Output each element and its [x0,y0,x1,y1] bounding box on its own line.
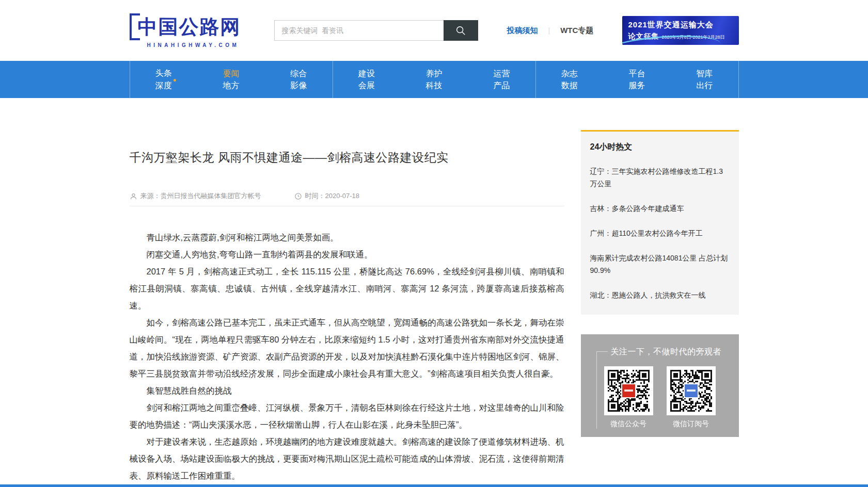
paragraph: 剑河和榕江两地之间重峦叠嶂、江河纵横、景象万千，清朝名臣林则徐在行经这片土地，对… [130,399,564,433]
wtc-conference-banner[interactable]: 2021世界交通运输大会 论文征集 2020年5月8日-2021年2月28日 [622,16,739,45]
search-box [274,20,478,41]
nav-link-shuju[interactable]: 数据 [561,82,578,90]
nav-link-shendu[interactable]: 深度 [155,82,172,90]
hot-article-item[interactable]: 湖北：恩施公路人，抗洪救灾在一线 [590,289,730,301]
banner-title: 2021世界交通运输大会 [628,20,734,30]
nav-link-pingtai[interactable]: 平台 [629,70,645,78]
nav-link-difang[interactable]: 地方 [223,82,240,90]
wechat-subscription-account: 微信订阅号 [667,366,716,429]
header-links: 投稿须知 | WTC专题 [507,26,594,36]
user-icon [130,192,137,200]
nav-item-pingtai-fuwu[interactable]: 平台 服务 [603,61,671,98]
nav-link-huizhan[interactable]: 会展 [358,82,375,90]
paragraph: 集智慧战胜自然的挑战 [130,382,564,399]
nav-link-yanghu[interactable]: 养护 [426,70,443,78]
nav-group-3: 杂志 数据 平台 服务 智库 出行 [535,61,739,98]
nav-item-zhiku-chuxing[interactable]: 智库 出行 [671,61,738,98]
meta-divider [130,206,564,206]
hot-article-item[interactable]: 吉林：多条公路今年建成通车 [590,202,730,215]
nav-item-toutiao-shendu[interactable]: 头条 深度 [130,61,198,98]
nav-link-chuxing[interactable]: 出行 [696,82,713,90]
article-body: 青山绿水,云蒸霞蔚,剑河和榕江两地之间美景如画。 闭塞交通,人穷地贫,弯弯山路一… [130,229,564,487]
qr-label: 微信公众号 [604,419,653,429]
paragraph: 2017 年 5 月，剑榕高速正式动工，全长 115.115 公里，桥隧比高达 … [130,263,564,314]
nav-link-yingxiang[interactable]: 影像 [290,82,307,90]
wtc-topic-link[interactable]: WTC专题 [560,26,593,36]
nav-link-yunying[interactable]: 运营 [493,70,510,78]
paragraph: 闭塞交通,人穷地贫,弯弯山路一直制约着两县的发展和联通。 [130,246,564,263]
nav-group-1: 头条 深度 要闻 地方 综合 影像 [130,61,333,98]
banner-cta: 论文征集 [628,32,659,41]
nav-item-zazhi-shuju[interactable]: 杂志 数据 [536,61,604,98]
follow-panel-title: 关注一下，不做时代的旁观者 [611,347,739,358]
nav-item-zonghe-yingxiang[interactable]: 综合 影像 [265,61,333,98]
hot-article-item[interactable]: 海南累计完成农村公路14081公里 占总计划90.9% [590,252,730,277]
site-header: 中国公路网 HINAHIGHWAY.COM 投稿须知 | WTC专题 2021世… [0,0,868,61]
banner-dates: 2020年5月8日-2021年2月28日 [662,34,725,41]
hot-article-item[interactable]: 广州：超110公里农村公路今年开工 [590,227,730,239]
search-input[interactable] [274,20,444,41]
sidebar: 24小时热文 辽宁：三年实施农村公路维修改造工程1.3万公里 吉林：多条公路今年… [581,98,739,437]
clock-icon [294,192,302,200]
paragraph: 青山绿水,云蒸霞蔚,剑河和榕江两地之间美景如画。 [130,229,564,246]
hot-articles-panel: 24小时热文 辽宁：三年实施农村公路维修改造工程1.3万公里 吉林：多条公路今年… [581,130,739,315]
logo-domain: HINAHIGHWAY.COM [147,42,268,48]
nav-item-jianshe-huizhan[interactable]: 建设 会展 [333,61,401,98]
site-logo[interactable]: 中国公路网 HINAHIGHWAY.COM [130,13,268,48]
nav-link-chanpin[interactable]: 产品 [493,82,510,90]
wechat-follow-panel: 关注一下，不做时代的旁观者 微信公众号 微信订阅号 [581,334,739,437]
nav-group-2: 建设 会展 养护 科技 运营 产品 [333,61,535,98]
article-meta: 来源：贵州日报当代融媒体集团官方帐号 时间：2020-07-18 [130,191,564,201]
page: 中国公路网 HINAHIGHWAY.COM 投稿须知 | WTC专题 2021世… [0,0,868,487]
qr-code-image [670,370,712,412]
paragraph: 对于建设者来说，生态越原始，环境越幽闭的地方建设难度就越大。剑榕高速的建设除了便… [130,433,564,484]
article-title: 千沟万壑架长龙 风雨不惧建通途——剑榕高速公路建设纪实 [130,150,564,166]
nav-link-keji[interactable]: 科技 [426,82,443,90]
nav-item-yanghu-keji[interactable]: 养护 科技 [400,61,468,98]
nav-link-zazhi[interactable]: 杂志 [561,70,578,78]
search-icon [455,25,466,36]
paragraph: 如今，剑榕高速公路已基本完工，虽未正式通车，但从高空眺望，宽阔通畅的高速公路犹如… [130,314,564,382]
article-time: 时间：2020-07-18 [294,191,360,201]
nav-link-jianshe[interactable]: 建设 [358,70,375,78]
qr-label: 微信订阅号 [667,419,716,429]
search-button[interactable] [444,20,478,41]
nav-item-yunying-chanpin[interactable]: 运营 产品 [468,61,535,98]
wechat-official-account: 微信公众号 [604,366,653,429]
nav-link-zonghe[interactable]: 综合 [290,70,307,78]
hot-article-item[interactable]: 辽宁：三年实施农村公路维修改造工程1.3万公里 [590,165,730,190]
nav-item-yaowen-difang[interactable]: 要闻 地方 [197,61,265,98]
submission-notice-link[interactable]: 投稿须知 [507,26,538,36]
article: 千沟万壑架长龙 风雨不惧建通途——剑榕高速公路建设纪实 来源：贵州日报当代融媒体… [130,98,564,487]
footer-top-strip [0,484,868,487]
article-source: 来源：贵州日报当代融媒体集团官方帐号 [130,191,261,201]
nav-link-yaowen-active[interactable]: 要闻 [223,70,240,78]
logo-title: 中国公路网 [138,17,241,37]
link-separator: | [548,26,550,35]
new-indicator-dot [173,79,176,82]
main-navigation: 头条 深度 要闻 地方 综合 影像 建设 会展 养护 [0,61,868,98]
hot-panel-title: 24小时热文 [590,142,730,153]
qr-code-image [608,370,650,412]
nav-link-zhiku[interactable]: 智库 [696,70,713,78]
nav-link-fuwu[interactable]: 服务 [629,82,645,90]
nav-link-toutiao[interactable]: 头条 [155,69,172,77]
